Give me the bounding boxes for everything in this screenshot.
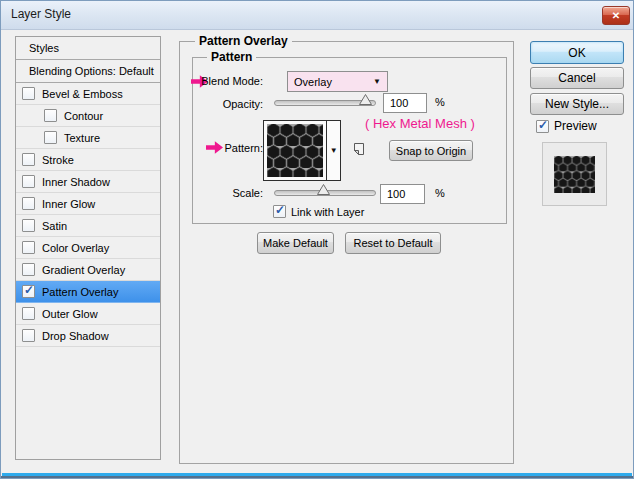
sidebar-item-label: Stroke — [42, 154, 74, 166]
checkbox-icon[interactable] — [44, 109, 57, 122]
new-style-button[interactable]: New Style... — [530, 93, 624, 115]
sidebar-item-label: Bevel & Emboss — [42, 88, 123, 100]
opacity-slider-thumb[interactable] — [359, 94, 372, 105]
blend-mode-select[interactable]: Overlay ▼ — [287, 71, 388, 92]
style-preview-thumbnail — [542, 142, 607, 206]
sidebar-item-label: Gradient Overlay — [42, 264, 125, 276]
checkbox-icon[interactable] — [22, 219, 35, 232]
pattern-dropdown-arrow-icon: ▼ — [330, 146, 338, 155]
dropdown-arrow-icon: ▼ — [373, 77, 381, 86]
pattern-swatch[interactable] — [267, 124, 323, 177]
close-icon: ✕ — [612, 10, 620, 21]
window-title: Layer Style — [11, 7, 71, 21]
sidebar-item-label: Pattern Overlay — [42, 286, 118, 298]
title-bar[interactable]: Layer Style ✕ — [1, 1, 633, 30]
checkbox-icon[interactable] — [22, 307, 35, 320]
sidebar-item-stroke[interactable]: Stroke — [16, 149, 160, 171]
checkbox-icon[interactable] — [22, 285, 35, 298]
blend-mode-label: Blend Mode: — [197, 75, 263, 87]
opacity-label: Opacity: — [197, 98, 263, 110]
sidebar-item-pattern-overlay[interactable]: Pattern Overlay — [16, 281, 160, 303]
checkbox-icon[interactable] — [22, 153, 35, 166]
new-pattern-preset-button[interactable] — [351, 141, 366, 157]
cancel-button[interactable]: Cancel — [530, 67, 624, 89]
subgroup-title: Pattern — [207, 50, 256, 64]
sidebar-item-label: Color Overlay — [42, 242, 109, 254]
checkbox-icon[interactable] — [22, 263, 35, 276]
styles-sidebar: StylesBlending Options: DefaultBevel & E… — [15, 36, 161, 460]
sidebar-item-contour[interactable]: Contour — [16, 105, 160, 127]
sidebar-item-drop-shadow[interactable]: Drop Shadow — [16, 325, 160, 347]
pattern-picker[interactable]: ▼ — [263, 120, 341, 181]
sidebar-item-label: Inner Glow — [42, 198, 95, 210]
sidebar-item-label: Drop Shadow — [42, 330, 109, 342]
sidebar-item-gradient-overlay[interactable]: Gradient Overlay — [16, 259, 160, 281]
sidebar-item-inner-shadow[interactable]: Inner Shadow — [16, 171, 160, 193]
sidebar-item-label: Texture — [64, 132, 100, 144]
sidebar-item-texture[interactable]: Texture — [16, 127, 160, 149]
window-bottom-edge — [1, 476, 633, 478]
sidebar-item-inner-glow[interactable]: Inner Glow — [16, 193, 160, 215]
sidebar-item-color-overlay[interactable]: Color Overlay — [16, 237, 160, 259]
scale-slider-thumb[interactable] — [317, 184, 330, 195]
preview-checkbox[interactable] — [536, 120, 549, 133]
scale-unit-label: % — [435, 187, 445, 199]
sidebar-item-satin[interactable]: Satin — [16, 215, 160, 237]
link-with-layer-checkbox[interactable] — [273, 205, 286, 218]
opacity-unit-label: % — [435, 96, 445, 108]
pattern-label: Pattern: — [197, 142, 263, 154]
pattern-annotation: ( Hex Metal Mesh ) — [365, 116, 475, 131]
sidebar-item-label: Contour — [64, 110, 103, 122]
ok-button[interactable]: OK — [530, 41, 624, 64]
blend-mode-value: Overlay — [294, 76, 332, 88]
checkbox-icon[interactable] — [44, 131, 57, 144]
sidebar-item-outer-glow[interactable]: Outer Glow — [16, 303, 160, 325]
checkbox-icon[interactable] — [22, 197, 35, 210]
checkbox-icon[interactable] — [22, 87, 35, 100]
sidebar-item-bevel-emboss[interactable]: Bevel & Emboss — [16, 83, 160, 105]
preview-label: Preview — [554, 119, 597, 133]
checkbox-icon[interactable] — [22, 175, 35, 188]
make-default-button[interactable]: Make Default — [257, 232, 334, 254]
checkbox-icon[interactable] — [22, 241, 35, 254]
sidebar-item-label: Styles — [29, 42, 59, 54]
pattern-subgroup: Pattern Blend Mode: Overlay ▼ Opacity: %… — [192, 57, 507, 224]
pattern-overlay-group: Pattern Overlay Pattern Blend Mode: Over… — [179, 41, 514, 464]
sidebar-item-label: Inner Shadow — [42, 176, 110, 188]
sidebar-item-styles[interactable]: Styles — [16, 37, 160, 60]
scale-value-input[interactable] — [380, 184, 425, 204]
close-button[interactable]: ✕ — [602, 6, 630, 25]
sidebar-item-label: Outer Glow — [42, 308, 98, 320]
scale-label: Scale: — [197, 187, 263, 199]
opacity-value-input[interactable] — [383, 93, 427, 113]
sidebar-item-blending-options-default[interactable]: Blending Options: Default — [16, 60, 160, 83]
link-with-layer-label: Link with Layer — [291, 206, 364, 218]
preview-pattern-swatch — [554, 156, 595, 193]
layer-style-dialog: Layer Style ✕ StylesBlending Options: De… — [0, 0, 634, 479]
reset-to-default-button[interactable]: Reset to Default — [345, 232, 441, 254]
group-title: Pattern Overlay — [195, 34, 292, 48]
snap-to-origin-button[interactable]: Snap to Origin — [389, 140, 473, 161]
sidebar-item-label: Blending Options: Default — [29, 65, 154, 77]
pattern-picker-arrow[interactable]: ▼ — [326, 121, 340, 180]
checkbox-icon[interactable] — [22, 329, 35, 342]
sidebar-item-label: Satin — [42, 220, 67, 232]
